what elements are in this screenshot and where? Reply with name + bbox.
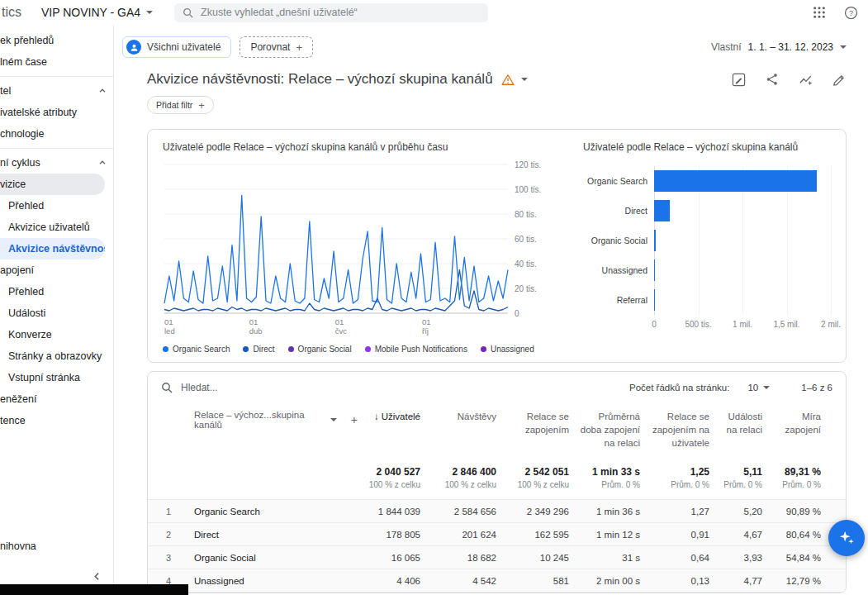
- sidebar-item-user-attributes[interactable]: ivatelské atributy: [0, 102, 113, 123]
- bar-label: Organic Social: [583, 236, 654, 245]
- column-header-avg-engagement-time[interactable]: Průměrná doba zapojení na relaci: [579, 403, 650, 450]
- search-icon: [161, 382, 173, 393]
- bar-chart-title: Uživatelé podle Relace – výchozí skupina…: [583, 141, 831, 153]
- sidebar-item-acquisition-overview[interactable]: Přehled: [0, 195, 113, 217]
- column-header-engaged-sessions[interactable]: Relace se zapojením: [506, 403, 579, 436]
- legend-dot-icon: [288, 346, 294, 352]
- chevron-up-icon: [98, 159, 107, 167]
- sidebar-section-engagement[interactable]: apojení: [0, 259, 113, 281]
- sessions-cell: 201 624: [430, 530, 506, 540]
- sidebar-item-conversions[interactable]: Konverze: [0, 324, 113, 345]
- sessions-cell: 18 682: [430, 553, 506, 563]
- bar-chart: Organic SearchDirectOrganic SocialUnassi…: [583, 166, 831, 315]
- compare-chip[interactable]: Porovnat +: [240, 36, 313, 58]
- engaged-sessions-cell: 581: [506, 576, 579, 586]
- chevron-down-icon: [840, 45, 847, 49]
- bar-label: Referral: [583, 295, 654, 305]
- sidebar-item-pages-screens[interactable]: Stránky a obrazovky: [0, 345, 113, 367]
- total-users: 2 040 527100 % z celku: [358, 466, 430, 489]
- sidebar-item-traffic-acquisition[interactable]: Akvizice návštěvnosti: [0, 238, 105, 259]
- sidebar-item-landing-page[interactable]: Vstupní stránka: [0, 367, 113, 388]
- bar[interactable]: [654, 289, 655, 311]
- column-header-users[interactable]: ↓Uživatelé: [358, 403, 430, 423]
- customize-report-icon[interactable]: [732, 73, 746, 87]
- property-selector[interactable]: VIP NOVINY - GA4: [41, 6, 153, 19]
- date-range-picker[interactable]: Vlastní 1. 1. – 31. 12. 2023: [711, 41, 847, 53]
- dimension-header[interactable]: Relace – výchoz...skupina kanálů +: [194, 403, 358, 430]
- sidebar-item-reports-snapshot[interactable]: ek přehledů: [0, 30, 113, 51]
- sidebar-section-lifecycle[interactable]: ní cyklus: [0, 152, 113, 174]
- table-row: 4 Unassigned 4 406 4 542 581 2 min 00 s …: [148, 569, 846, 593]
- sidebar-section-retention[interactable]: tence: [0, 410, 113, 431]
- engaged-sessions-cell: 10 245: [506, 553, 579, 563]
- legend-dot-icon: [365, 346, 371, 352]
- charts-card: Uživatelé podle Relace – výchozí skupina…: [147, 129, 847, 363]
- sort-desc-icon: ↓: [374, 412, 379, 421]
- bar-row: Referral: [583, 285, 831, 315]
- add-filter-button[interactable]: Přidat filtr +: [147, 96, 214, 114]
- table-search-placeholder: Hledat...: [181, 382, 218, 393]
- bar[interactable]: [654, 259, 655, 281]
- bar[interactable]: [654, 230, 656, 251]
- insights-icon[interactable]: [799, 73, 813, 87]
- audience-icon: [126, 40, 141, 55]
- bar[interactable]: [654, 170, 817, 192]
- users-cell: 16 065: [358, 553, 430, 563]
- global-search-input[interactable]: Zkuste vyhledat „dnešní uživatelé“: [174, 3, 488, 22]
- apps-grid-icon[interactable]: [813, 6, 826, 19]
- legend-item[interactable]: Organic Search: [163, 345, 230, 354]
- avg-engagement-time-cell: 31 s: [579, 553, 650, 563]
- legend-item[interactable]: Mobile Push Notifications: [365, 345, 467, 354]
- chevron-down-icon: [330, 418, 337, 421]
- warning-icon[interactable]: [501, 74, 515, 86]
- all-users-chip[interactable]: Všichni uživatelé: [122, 36, 231, 58]
- date-range-value: 1. 1. – 31. 12. 2023: [748, 41, 833, 53]
- total-avg-engagement-time: 1 min 33 sPrům. 0 %: [579, 466, 650, 489]
- row-number: 3: [148, 553, 194, 563]
- table-body: 1 Organic Search 1 844 039 2 584 656 2 3…: [148, 499, 846, 593]
- sidebar-item-technology[interactable]: chnologie: [0, 123, 113, 145]
- sidebar-item-events[interactable]: Události: [0, 302, 113, 324]
- legend-item[interactable]: Unassigned: [481, 345, 534, 354]
- sidebar-item-user-acquisition[interactable]: Akvizice uživatelů: [0, 217, 113, 238]
- table-row: 3 Organic Social 16 065 18 682 10 245 31…: [148, 545, 846, 569]
- column-header-sessions[interactable]: Návštěvy: [430, 403, 506, 423]
- table-search-input[interactable]: Hledat...: [161, 382, 218, 393]
- column-header-engaged-sessions-per-user[interactable]: Relace se zapojením na uživatele: [650, 403, 719, 450]
- engagement-rate-cell: 90,89 %: [772, 507, 846, 516]
- svg-text:60 tis.: 60 tis.: [515, 235, 537, 244]
- total-engagement-rate: 89,31 %Prům. 0 %: [772, 466, 846, 489]
- legend-item[interactable]: Organic Social: [288, 345, 352, 354]
- channel-cell: Direct: [194, 530, 358, 540]
- bar[interactable]: [654, 200, 670, 221]
- sidebar-item-library[interactable]: nihovna: [0, 536, 113, 557]
- help-icon[interactable]: ?: [844, 6, 858, 20]
- ga4-app: tics VIP NOVINY - GA4 Zkuste vyhledat „d…: [0, 0, 868, 595]
- column-header-engagement-rate[interactable]: Míra zapojení: [772, 403, 846, 436]
- line-chart: 020 tis.40 tis.60 tis.80 tis.100 tis.120…: [163, 153, 551, 341]
- row-number: 2: [148, 530, 194, 540]
- property-name: VIP NOVINY - GA4: [41, 6, 140, 19]
- sidebar-section-monetization[interactable]: eněžení: [0, 388, 113, 410]
- rows-per-page-select[interactable]: 10: [747, 383, 770, 393]
- legend-item[interactable]: Direct: [243, 345, 274, 354]
- line-chart-title: Uživatelé podle Relace – výchozí skupina…: [163, 141, 562, 153]
- sidebar-nav: ek přehledů lném čase tel ivatelské atri…: [0, 25, 114, 595]
- edit-report-icon[interactable]: [832, 73, 847, 87]
- engaged-sessions-per-user-cell: 0,13: [650, 576, 719, 586]
- sidebar-item-realtime[interactable]: lném čase: [0, 51, 113, 73]
- sidebar-section-user[interactable]: tel: [0, 80, 113, 102]
- chevron-down-icon: [146, 11, 153, 14]
- share-icon[interactable]: [766, 73, 779, 86]
- sidebar-item-engagement-overview[interactable]: Přehled: [0, 281, 113, 302]
- add-dimension-icon[interactable]: +: [351, 414, 358, 426]
- users-over-time-chart: Uživatelé podle Relace – výchozí skupina…: [163, 141, 562, 354]
- svg-text:01led: 01led: [164, 317, 175, 336]
- total-sessions: 2 846 400100 % z celku: [430, 466, 506, 489]
- sidebar-section-acquisition[interactable]: vizice: [0, 174, 105, 195]
- bar-label: Unassigned: [583, 265, 654, 275]
- legend-dot-icon: [243, 346, 249, 352]
- column-header-events-per-session[interactable]: Události na relaci: [719, 403, 772, 436]
- insights-fab[interactable]: [828, 520, 865, 556]
- chevron-down-icon[interactable]: [521, 78, 528, 81]
